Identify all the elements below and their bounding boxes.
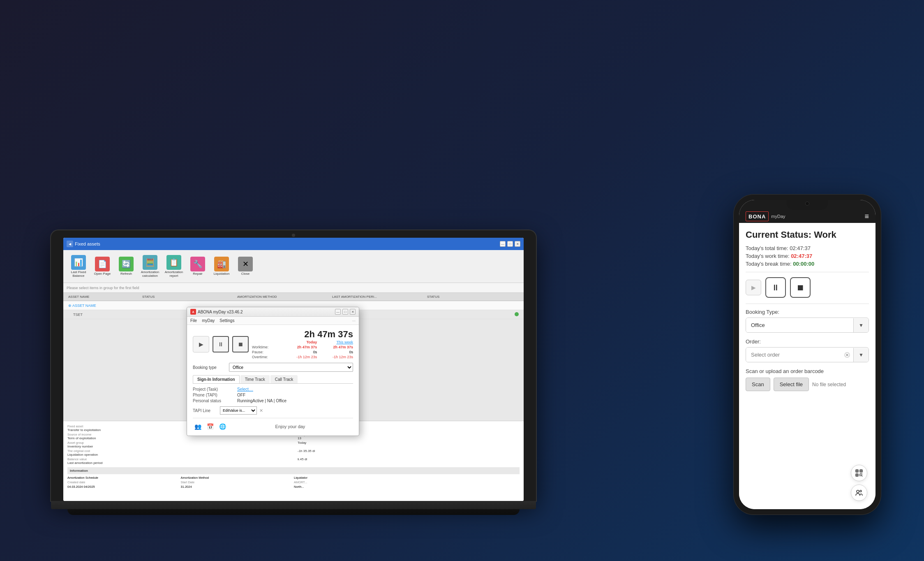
win-taskbar-title: Fixed assets [75, 241, 100, 246]
asset-field-group: Asset group Inventory number [67, 441, 289, 448]
order-dropdown[interactable]: ▼ [746, 347, 869, 362]
win-toolbar: 📊 Last FixedBalance 📄 Open Page 🔄 Refres… [63, 250, 524, 283]
select-file-button[interactable]: Select file [774, 378, 809, 391]
project-value[interactable]: Select.... [237, 387, 353, 392]
balance-label: Last FixedBalance [71, 271, 86, 278]
pause-button[interactable]: ⏸ [213, 336, 229, 352]
repair-label: Repair [193, 272, 203, 276]
myday-menubar: File myDay Settings ... [187, 317, 359, 325]
footer-calendar-icon[interactable]: 📅 [205, 422, 215, 431]
win-content-header: Please select items in group for the fir… [63, 283, 524, 293]
tapi-label: TAPI Line [193, 408, 217, 413]
toolbar-btn-amort-report[interactable]: 📋 Amortizationreport [164, 255, 184, 278]
win-max-btn[interactable]: □ [507, 241, 513, 247]
status-title: Current Status: Work [746, 230, 869, 240]
booking-type-select[interactable]: Office [229, 363, 353, 372]
repair-icon: 🔧 [190, 257, 205, 271]
booking-type-dropdown[interactable]: Office ▼ [746, 318, 869, 333]
asset-field-balance: Balance value Last amortization period [67, 457, 289, 465]
myday-close[interactable]: ✕ [350, 309, 356, 315]
personal-status-value: RunningActive | NA | Office [237, 399, 353, 403]
toolbar-btn-liquidation[interactable]: 🏭 Liquidation [211, 257, 232, 276]
phone: BONA myDay ≡ Current Status: Work Today'… [733, 194, 881, 515]
info-extra [407, 476, 520, 480]
worktime-today: 2h 47m 37s [281, 345, 317, 350]
order-dropdown-arrow[interactable]: ▼ [853, 348, 869, 362]
phone-value: OFF [237, 393, 353, 397]
phone-label: Phone (TAPI) [193, 393, 234, 397]
menu-file[interactable]: File [190, 318, 197, 324]
footer-org-icon[interactable]: 🌐 [217, 422, 227, 431]
tapi-row: TAPI Line EditValue is... ✕ [193, 406, 353, 415]
no-file-text: No file selected [812, 382, 846, 387]
app-logo-box: BONA [746, 211, 769, 221]
menu-myday[interactable]: myDay [202, 318, 215, 324]
toolbar-btn-balance[interactable]: 📊 Last FixedBalance [68, 255, 89, 278]
play-button[interactable]: ▶ [193, 336, 209, 352]
overtime-today: -1h 12m 23s [281, 355, 317, 359]
svg-rect-8 [857, 475, 858, 476]
menu-more[interactable]: ... [352, 318, 356, 324]
menu-settings[interactable]: Settings [219, 318, 234, 324]
open-icon: 📄 [95, 257, 110, 271]
myday-timer-row: ▶ ⏸ ⏹ 2h 47m 37s Today Thi [193, 329, 353, 359]
col-header-status: STATUS [141, 295, 236, 299]
phone-screen: BONA myDay ≡ Current Status: Work Today'… [739, 200, 875, 509]
myday-minimize[interactable]: — [335, 309, 341, 315]
refresh-icon: 🔄 [119, 257, 134, 271]
toolbar-btn-amort-calc[interactable]: 🧮 Amortizationcalculation [140, 255, 160, 278]
info-section-header: Information [67, 467, 520, 474]
toolbar-btn-close[interactable]: ✕ Close [235, 257, 256, 276]
win-taskbar: ◀ Fixed assets — □ ✕ [63, 238, 524, 250]
win-close-btn[interactable]: ✕ [515, 241, 520, 247]
break-time-label: Today's break time: [746, 261, 792, 267]
phone-qr-icon[interactable] [851, 465, 867, 481]
toolbar-btn-repair[interactable]: 🔧 Repair [187, 257, 208, 276]
tab-timetrack[interactable]: Time Track [240, 375, 270, 383]
tapi-select[interactable]: EditValue is... [220, 406, 257, 415]
order-clear-btn[interactable] [841, 350, 853, 360]
work-time-label: Today's work time: [746, 253, 790, 259]
hamburger-icon[interactable]: ≡ [864, 212, 869, 221]
order-input[interactable] [746, 348, 841, 362]
win-min-btn[interactable]: — [500, 241, 506, 247]
divider-1 [746, 272, 869, 272]
open-label: Open Page [94, 272, 111, 276]
win-nav-back[interactable]: ◀ [67, 241, 73, 247]
tab-signin[interactable]: Sign-In Information [193, 375, 240, 383]
scan-button[interactable]: Scan [746, 378, 770, 391]
svg-rect-13 [862, 476, 863, 477]
col-header-last-amort: LAST AMORTIZATION PERI... [330, 295, 425, 299]
toolbar-btn-open[interactable]: 📄 Open Page [92, 257, 113, 276]
phone-play-btn[interactable]: ▶ [746, 280, 761, 295]
cell-asset-name: ⊕ ASSET NAME [67, 304, 141, 308]
booking-type-arrow[interactable]: ▼ [853, 318, 869, 332]
myday-footer-icons: 👥 📅 🌐 [193, 422, 227, 431]
today-header: Today [281, 340, 317, 345]
stop-button[interactable]: ⏹ [232, 336, 249, 352]
myday-maximize[interactable]: □ [342, 309, 348, 315]
footer-people-icon[interactable]: 👥 [193, 422, 203, 431]
app-logo: BONA myDay [746, 211, 785, 221]
win-table-header: ASSET NAME STATUS AMORTIZATION METHOD LA… [63, 293, 524, 301]
info-date-val: 04.03.2024 04/2025 [67, 485, 180, 489]
total-time-label: Today's total time: [746, 245, 788, 251]
toolbar-btn-refresh[interactable]: 🔄 Refresh [116, 257, 136, 276]
tab-calltrack[interactable]: Call Track [270, 375, 298, 383]
info-liquidator: Liquidator [294, 476, 407, 480]
phone-pause-btn[interactable]: ⏸ [765, 277, 786, 298]
phone-stop-btn[interactable]: ⏹ [790, 277, 811, 298]
myday-titlebar: A ABONA myDay v23.46.2 — □ ✕ [187, 307, 359, 317]
cell-asset-name-2: TSET [67, 313, 141, 317]
laptop-screen-outer: ◀ Fixed assets — □ ✕ 📊 Last FixedBalance [51, 230, 536, 501]
phone-people-icon[interactable] [851, 484, 867, 501]
scan-section-label: Scan or upload an order barcode [746, 368, 869, 374]
info-created: Created date [67, 480, 180, 484]
svg-point-15 [860, 490, 862, 492]
myday-booking-row: Booking type Office [193, 363, 353, 372]
laptop-screen: ◀ Fixed assets — □ ✕ 📊 Last FixedBalance [63, 238, 524, 501]
tapi-clear-btn[interactable]: ✕ [259, 408, 263, 413]
info-start: Start Date [181, 480, 293, 484]
booking-type-value: Office [746, 318, 853, 332]
balance-icon: 📊 [71, 255, 86, 270]
